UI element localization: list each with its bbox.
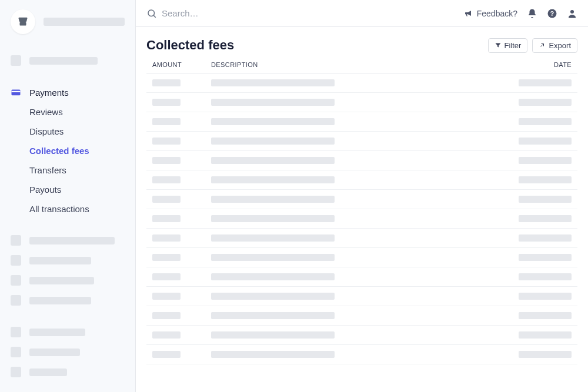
table-row[interactable]: [146, 132, 577, 151]
svg-point-4: [148, 10, 155, 16]
table-row[interactable]: [146, 229, 577, 248]
nav-label-placeholder: [29, 57, 98, 65]
filter-button[interactable]: Filter: [488, 38, 528, 53]
description-placeholder: [211, 118, 335, 125]
description-placeholder: [211, 254, 335, 261]
date-placeholder: [519, 331, 572, 339]
table-row[interactable]: [146, 326, 577, 345]
cell-date: [507, 234, 572, 242]
table-row[interactable]: [146, 209, 577, 229]
help-icon: ?: [547, 8, 557, 19]
amount-placeholder: [152, 254, 181, 261]
table-row[interactable]: [146, 306, 577, 326]
feedback-link[interactable]: Feedback?: [464, 9, 517, 18]
cell-date: [507, 293, 572, 300]
sidebar-item-placeholder[interactable]: [0, 342, 135, 362]
nav-icon-placeholder: [11, 295, 21, 306]
nav-label-placeholder: [29, 277, 94, 284]
nav-icon-placeholder: [11, 275, 21, 286]
table-body: [146, 73, 577, 364]
amount-placeholder: [152, 351, 181, 358]
date-placeholder: [519, 79, 572, 86]
amount-placeholder: [152, 312, 181, 319]
svg-rect-1: [19, 18, 28, 19]
table-row[interactable]: [146, 287, 577, 306]
table-header: AMOUNT DESCRIPTION DATE: [146, 61, 577, 73]
sidebar-item-placeholder[interactable]: [0, 270, 135, 290]
topbar: Feedback? ?: [136, 0, 588, 27]
svg-rect-2: [12, 90, 21, 96]
nav-label-placeholder: [29, 368, 67, 376]
sidebar-item-placeholder[interactable]: [0, 250, 135, 270]
search-input[interactable]: [162, 8, 464, 18]
sidebar-subitem-label: Transfers: [29, 165, 66, 175]
cell-amount: [152, 118, 211, 125]
table-row[interactable]: [146, 345, 577, 364]
cell-amount: [152, 196, 211, 203]
sidebar-item-placeholder[interactable]: [0, 322, 135, 342]
amount-placeholder: [152, 234, 181, 242]
page-header: Collected fees Filter Export: [146, 38, 577, 53]
table-row[interactable]: [146, 190, 577, 209]
cell-amount: [152, 254, 211, 261]
nav-label-placeholder: [29, 257, 91, 264]
top-actions: Feedback? ?: [464, 8, 577, 19]
amount-placeholder: [152, 79, 181, 86]
nav-icon-placeholder: [11, 235, 21, 246]
amount-placeholder: [152, 176, 181, 183]
sidebar-item-placeholder[interactable]: [0, 230, 135, 250]
brand-name-placeholder: [44, 18, 125, 26]
description-placeholder: [211, 176, 335, 183]
table-row[interactable]: [146, 73, 577, 93]
sidebar-subitem-payouts[interactable]: Payouts: [0, 180, 135, 199]
description-placeholder: [211, 79, 335, 86]
sidebar-subitem-label: Reviews: [29, 107, 63, 117]
svg-point-8: [570, 10, 574, 14]
table-row[interactable]: [146, 93, 577, 112]
svg-rect-3: [12, 91, 21, 92]
notifications-button[interactable]: [527, 8, 537, 19]
table-row[interactable]: [146, 248, 577, 267]
account-button[interactable]: [567, 8, 577, 19]
cell-date: [507, 312, 572, 319]
cell-description: [211, 293, 507, 300]
cell-description: [211, 176, 507, 183]
column-header-description[interactable]: DESCRIPTION: [211, 61, 507, 68]
description-placeholder: [211, 138, 335, 145]
sidebar-subitem-collected-fees[interactable]: Collected fees: [0, 141, 135, 160]
date-placeholder: [519, 234, 572, 242]
table-row[interactable]: [146, 112, 577, 132]
description-placeholder: [211, 157, 335, 164]
cell-date: [507, 273, 572, 280]
table-row[interactable]: [146, 267, 577, 287]
sidebar-item-placeholder[interactable]: [0, 290, 135, 310]
sidebar-subitem-transfers[interactable]: Transfers: [0, 160, 135, 180]
cell-date: [507, 138, 572, 145]
cell-date: [507, 351, 572, 358]
nav-icon-placeholder: [11, 367, 21, 377]
brand-logo[interactable]: [11, 9, 35, 34]
table-row[interactable]: [146, 170, 577, 190]
sidebar-item-placeholder[interactable]: [0, 362, 135, 382]
column-header-amount[interactable]: AMOUNT: [152, 61, 211, 68]
help-button[interactable]: ?: [547, 8, 557, 19]
sidebar-subitem-label: Payouts: [29, 185, 61, 195]
export-button[interactable]: Export: [532, 38, 577, 53]
bell-icon: [527, 8, 537, 19]
sidebar-item-placeholder[interactable]: [0, 51, 135, 71]
sidebar-item-payments[interactable]: Payments: [0, 82, 135, 102]
amount-placeholder: [152, 157, 181, 164]
cell-amount: [152, 351, 211, 358]
sidebar-subitem-reviews[interactable]: Reviews: [0, 102, 135, 122]
cell-date: [507, 79, 572, 86]
description-placeholder: [211, 196, 335, 203]
content: Collected fees Filter Export AMOUN: [136, 27, 588, 392]
sidebar-subitem-disputes[interactable]: Disputes: [0, 122, 135, 141]
search-icon: [146, 8, 157, 19]
cell-description: [211, 118, 507, 125]
column-header-date[interactable]: DATE: [507, 61, 572, 68]
sidebar-subitem-all-transactions[interactable]: All transactions: [0, 199, 135, 219]
cell-description: [211, 157, 507, 164]
cell-amount: [152, 215, 211, 222]
table-row[interactable]: [146, 151, 577, 170]
